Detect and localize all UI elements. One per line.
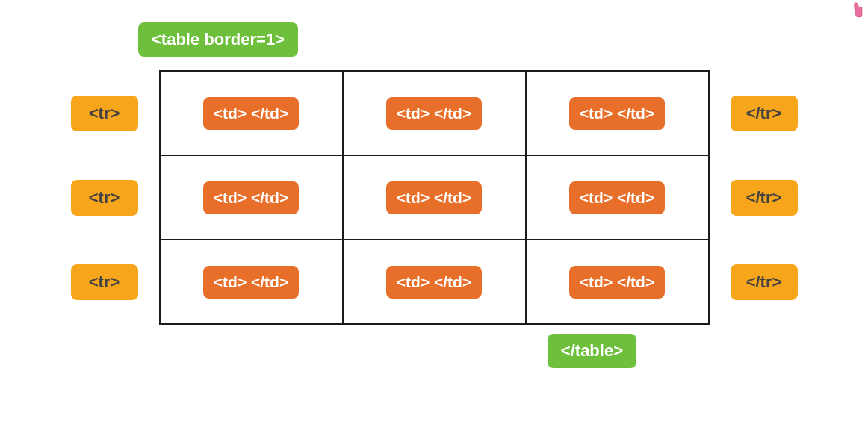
table-close-tag: </table> xyxy=(548,334,636,368)
td-tag: <td> </td> xyxy=(569,266,665,299)
td-tag: <td> </td> xyxy=(569,97,665,130)
table-row: <td> </td> <td> </td> <td> </td> xyxy=(160,71,709,155)
table-open-tag: <table border=1> xyxy=(138,22,298,57)
td-tag: <td> </td> xyxy=(203,181,299,214)
table-row: <td> </td> <td> </td> <td> </td> xyxy=(160,240,709,324)
table-cell: <td> </td> xyxy=(526,240,709,324)
table-cell: <td> </td> xyxy=(526,155,709,240)
td-tag: <td> </td> xyxy=(203,266,299,299)
html-table-grid: <td> </td> <td> </td> <td> </td> <td> </… xyxy=(159,70,710,325)
table-cell: <td> </td> xyxy=(160,155,343,240)
td-tag: <td> </td> xyxy=(569,181,665,214)
left-tr-column: <tr> <tr> <tr> xyxy=(71,96,138,300)
td-tag: <td> </td> xyxy=(386,181,482,214)
tr-open-tag-1: <tr> xyxy=(71,96,138,131)
tr-open-tag-2: <tr> xyxy=(71,180,138,216)
table-cell: <td> </td> xyxy=(343,240,526,324)
table-cell: <td> </td> xyxy=(160,240,343,324)
table-close-tag-wrapper: </table> xyxy=(548,334,636,368)
table-open-tag-wrapper: <table border=1> xyxy=(138,22,298,57)
table-row: <td> </td> <td> </td> <td> </td> xyxy=(160,155,709,240)
right-tr-column: </tr> </tr> </tr> xyxy=(731,96,798,300)
diagram-container: <table border=1> <tr> <tr> <tr> <td> </t… xyxy=(15,22,853,368)
table-cell: <td> </td> xyxy=(343,155,526,240)
td-tag: <td> </td> xyxy=(386,266,482,299)
table-cell: <td> </td> xyxy=(526,71,709,155)
tr-open-tag-3: <tr> xyxy=(71,264,138,300)
tr-close-tag-1: </tr> xyxy=(731,96,798,131)
corner-decoration-icon xyxy=(852,1,867,22)
table-cell: <td> </td> xyxy=(160,71,343,155)
table-cell: <td> </td> xyxy=(343,71,526,155)
td-tag: <td> </td> xyxy=(203,97,299,130)
td-tag: <td> </td> xyxy=(386,97,482,130)
tr-close-tag-2: </tr> xyxy=(731,180,798,216)
tr-close-tag-3: </tr> xyxy=(731,264,798,300)
main-row: <tr> <tr> <tr> <td> </td> <td> </td> <td… xyxy=(71,70,798,325)
